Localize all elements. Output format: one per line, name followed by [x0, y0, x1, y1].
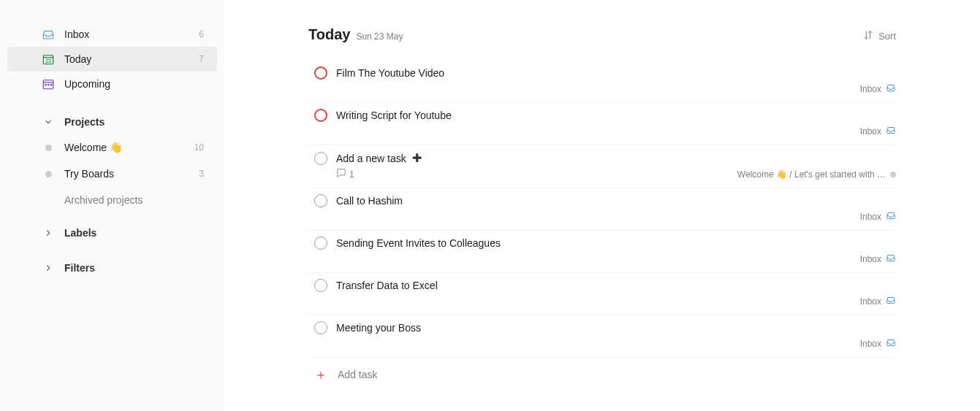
task-row[interactable]: Call to Hashim Inbox [308, 188, 896, 231]
task-row[interactable]: Sending Event Invites to Colleagues Inbo… [308, 231, 896, 273]
project-count: 10 [194, 142, 204, 153]
plus-icon: ✚ [412, 152, 422, 164]
add-task-label: Add task [338, 369, 377, 380]
task-title: Add a new task ✚ [336, 151, 896, 165]
task-project-link[interactable]: Inbox [860, 207, 896, 224]
project-count: 3 [199, 169, 204, 179]
svg-rect-4 [48, 84, 49, 85]
chevron-right-icon [39, 228, 57, 238]
sidebar-section-projects[interactable]: Projects [7, 110, 217, 134]
page-date: Sun 23 May [356, 31, 403, 42]
sidebar-item-label: Inbox [64, 28, 199, 40]
task-checkbox[interactable] [314, 194, 327, 207]
task-title: Call to Hashim [336, 195, 896, 207]
sidebar-section-filters[interactable]: Filters [7, 256, 217, 280]
task-project-link[interactable]: Inbox [860, 292, 896, 309]
task-project-link[interactable]: Inbox [860, 122, 896, 139]
task-checkbox[interactable] [314, 152, 327, 165]
sort-icon [862, 29, 874, 43]
section-label: Labels [64, 227, 96, 239]
wave-emoji-icon: 👋 [110, 142, 122, 153]
inbox-icon [39, 28, 57, 41]
task-checkbox[interactable] [314, 109, 327, 122]
svg-rect-5 [50, 84, 52, 85]
section-label: Filters [64, 262, 95, 274]
task-title: Meeting your Boss [336, 322, 896, 334]
sidebar-project-welcome[interactable]: Welcome 👋 10 [7, 134, 217, 161]
task-row[interactable]: Add a new task ✚ 1 Welcome 👋 / Let's get… [308, 145, 896, 188]
inbox-icon [886, 125, 896, 137]
sidebar-item-inbox[interactable]: Inbox 6 [7, 22, 217, 47]
project-color-dot [39, 145, 57, 151]
add-task-button[interactable]: ＋ Add task [308, 358, 896, 381]
calendar-today-icon: 23 [39, 53, 57, 66]
chevron-down-icon [39, 117, 57, 127]
task-project-link[interactable]: Inbox [860, 250, 896, 266]
task-title: Transfer Data to Excel [336, 280, 896, 291]
sidebar-project-try-boards[interactable]: Try Boards 3 [7, 161, 217, 187]
chevron-right-icon [39, 263, 57, 273]
svg-text:23: 23 [45, 58, 51, 64]
inbox-icon [886, 337, 896, 350]
comment-icon [336, 168, 346, 180]
task-title: Sending Event Invites to Colleagues [336, 237, 896, 249]
project-label: Try Boards [64, 168, 199, 180]
task-title: Film The Youtube Video [336, 67, 896, 79]
task-row[interactable]: Transfer Data to Excel Inbox [308, 273, 896, 315]
task-checkbox[interactable] [314, 321, 327, 334]
sidebar-item-count: 7 [199, 54, 204, 64]
task-title: Writing Script for Youtube [336, 110, 896, 121]
task-row[interactable]: Film The Youtube Video Inbox [308, 61, 896, 103]
task-project-link[interactable]: Inbox [860, 80, 896, 96]
calendar-upcoming-icon [39, 77, 57, 91]
sort-button[interactable]: Sort [862, 29, 896, 43]
sidebar-item-label: Today [64, 53, 199, 65]
task-project-link[interactable]: Welcome 👋 / Let's get started with … [737, 169, 896, 180]
task-project-link[interactable]: Inbox [860, 334, 896, 351]
sort-label: Sort [878, 31, 896, 42]
plus-icon: ＋ [314, 368, 327, 381]
svg-rect-3 [45, 84, 47, 85]
sidebar: Inbox 6 23 Today 7 Upcoming Proje [0, 0, 224, 411]
sidebar-section-labels[interactable]: Labels [7, 220, 217, 245]
inbox-icon [886, 210, 896, 223]
sidebar-item-count: 6 [199, 29, 204, 39]
sidebar-archived-projects[interactable]: Archived projects [7, 187, 217, 206]
project-color-dot [39, 171, 57, 177]
inbox-icon [886, 253, 896, 265]
sidebar-item-upcoming[interactable]: Upcoming [7, 72, 217, 96]
sidebar-item-today[interactable]: 23 Today 7 [7, 47, 217, 72]
task-row[interactable]: Meeting your Boss Inbox [308, 315, 896, 358]
project-label: Welcome 👋 [64, 142, 194, 153]
task-checkbox[interactable] [314, 237, 327, 250]
page-header: Today Sun 23 May Sort [308, 26, 896, 43]
main-content: Today Sun 23 May Sort Film The Youtube V… [224, 0, 980, 411]
page-title: Today [308, 26, 350, 43]
project-color-dot [890, 172, 896, 177]
inbox-icon [886, 82, 896, 95]
section-label: Projects [64, 116, 105, 128]
task-checkbox[interactable] [314, 66, 327, 80]
task-checkbox[interactable] [314, 279, 327, 292]
inbox-icon [886, 295, 896, 307]
task-row[interactable]: Writing Script for Youtube Inbox [308, 103, 896, 145]
sidebar-item-label: Upcoming [64, 78, 204, 90]
task-comments[interactable]: 1 [336, 168, 354, 180]
